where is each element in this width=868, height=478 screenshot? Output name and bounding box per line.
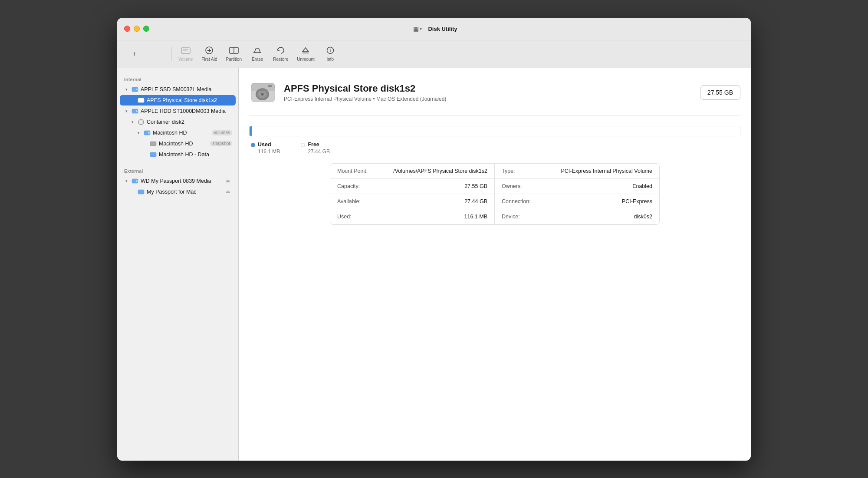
disk-size-badge: 27.55 GB	[700, 85, 740, 100]
partition-label: Partition	[226, 57, 242, 62]
minus-icon: －	[154, 50, 161, 57]
info-key: Device:	[502, 214, 520, 220]
disk-image-icon	[250, 82, 276, 103]
close-button[interactable]	[124, 26, 130, 32]
erase-label: Erase	[252, 57, 263, 62]
usage-bar-free	[252, 126, 740, 136]
remove-volume-button[interactable]: －	[147, 48, 168, 60]
info-key: Type:	[502, 168, 515, 174]
add-volume-button[interactable]: ＋	[124, 48, 145, 60]
eject-wd-icon[interactable]: ⏏	[224, 178, 231, 185]
expand-arrow-ssd: ▾	[123, 86, 129, 92]
ssd-drive-icon	[131, 86, 139, 93]
svg-point-18	[136, 110, 138, 112]
info-cell-right-4: Connection:PCI-Express	[495, 194, 659, 209]
partition-icon	[229, 46, 239, 56]
svg-rect-23	[150, 142, 156, 146]
info-cell-right-6: Device:disk0s2	[495, 209, 659, 224]
partition-button[interactable]: Partition	[222, 44, 245, 64]
container-label: Container disk2	[147, 119, 232, 125]
volume-button[interactable]: Volume	[175, 44, 196, 64]
sidebar-item-macintosh-hd[interactable]: ▾ Macintosh HD volumes	[120, 128, 236, 138]
restore-icon	[276, 46, 286, 56]
snapshot-badge: snapshot	[210, 141, 232, 146]
info-cell-left-6: Used:116.1 MB	[330, 209, 495, 224]
info-key: Mount Point:	[337, 168, 368, 174]
info-cell-right-0: Type:PCI-Express Internal Physical Volum…	[495, 164, 659, 179]
main-area: Internal ▾ APPLE SSD SM0032L Media ▾	[117, 68, 751, 461]
hdd-label: APPLE HDD ST1000DM003 Media	[141, 108, 232, 114]
svg-rect-24	[150, 152, 156, 157]
svg-rect-27	[138, 190, 144, 194]
svg-text:i: i	[329, 48, 331, 53]
expand-arrow-wd: ▾	[123, 178, 129, 184]
first-aid-button[interactable]: First Aid	[198, 44, 220, 64]
erase-button[interactable]: Erase	[247, 44, 268, 64]
eject-passport-icon[interactable]: ⏏	[224, 188, 231, 195]
my-passport-label: My Passport for Mac	[147, 189, 223, 195]
sidebar-item-apfs-store[interactable]: ▾ APFS Physical Store disk1s2	[120, 95, 236, 105]
sidebar-section-internal: Internal	[117, 73, 238, 84]
free-label: Free	[308, 142, 330, 148]
info-key: Used:	[337, 214, 352, 220]
legend-free-info: Free 27.44 GB	[308, 142, 330, 155]
sidebar-item-apple-ssd[interactable]: ▾ APPLE SSD SM0032L Media	[120, 84, 236, 95]
info-key: Capacity:	[337, 183, 360, 189]
volume-icon	[181, 46, 191, 56]
restore-button[interactable]: Restore	[270, 44, 292, 64]
unmount-label: Unmount	[297, 57, 315, 62]
svg-point-33	[261, 93, 264, 96]
sidebar: Internal ▾ APPLE SSD SM0032L Media ▾	[117, 68, 239, 461]
info-value: PCI-Express Internal Physical Volume	[561, 168, 652, 174]
unmount-button[interactable]: Unmount	[293, 44, 318, 64]
view-icon: ▦	[413, 25, 419, 32]
info-value: 27.55 GB	[464, 183, 487, 189]
titlebar: ▦ ▾ Disk Utility	[117, 18, 751, 40]
sidebar-item-macintosh-hd-data[interactable]: ▾ Macintosh HD - Data	[120, 149, 236, 160]
free-dot	[301, 143, 305, 147]
used-dot	[251, 143, 255, 147]
traffic-lights	[124, 26, 149, 32]
toolbar: ＋ － Volume	[117, 40, 751, 68]
minimize-button[interactable]	[134, 26, 140, 32]
sidebar-item-macintosh-hd-snapshot[interactable]: ▾ Macintosh HD snapshot	[120, 138, 236, 149]
expand-arrow-hdd: ▾	[123, 108, 129, 114]
toolbar-separator	[171, 47, 171, 61]
info-icon: i	[326, 46, 335, 56]
info-cell-left-0: Mount Point:/Volumes/APFS Physical Store…	[330, 164, 495, 179]
titlebar-center: ▦ ▾ Disk Utility	[411, 23, 457, 34]
disk-icon-container	[249, 79, 277, 106]
view-toggle[interactable]: ▦ ▾	[411, 23, 424, 34]
macintosh-hd-icon	[143, 129, 151, 137]
macintosh-data-label: Macintosh HD - Data	[159, 152, 232, 158]
disk-header-left: APFS Physical Store disk1s2 PCI-Express …	[249, 79, 446, 106]
info-cell-left-4: Available:27.44 GB	[330, 194, 495, 209]
sidebar-item-container-disk2[interactable]: ▾ Container disk2	[120, 117, 236, 127]
maximize-button[interactable]	[143, 26, 149, 32]
container-icon	[137, 118, 145, 126]
sidebar-item-my-passport[interactable]: ▾ My Passport for Mac ⏏	[120, 187, 236, 197]
plus-icon: ＋	[131, 50, 138, 57]
free-value: 27.44 GB	[308, 148, 330, 155]
info-value: 27.44 GB	[464, 198, 487, 204]
main-window: ▦ ▾ Disk Utility ＋ －	[117, 18, 751, 461]
info-cell-right-2: Owners:Enabled	[495, 179, 659, 194]
info-cell-left-2: Capacity:27.55 GB	[330, 179, 495, 194]
info-value: 116.1 MB	[464, 214, 487, 220]
restore-label: Restore	[273, 57, 288, 62]
erase-icon	[253, 46, 262, 56]
info-button[interactable]: i Info	[320, 44, 341, 64]
apfs-drive-icon	[137, 96, 145, 104]
first-aid-label: First Aid	[201, 57, 217, 62]
info-key: Connection:	[502, 198, 531, 204]
sidebar-section-external: External	[117, 165, 238, 175]
info-label: Info	[326, 57, 334, 62]
sidebar-item-apple-hdd[interactable]: ▾ APPLE HDD ST1000DM003 Media	[120, 106, 236, 116]
svg-point-16	[142, 99, 144, 101]
ssd-label: APPLE SSD SM0032L Media	[141, 86, 232, 92]
chevron-down-icon: ▾	[420, 26, 422, 31]
sidebar-item-wd-passport[interactable]: ▾ WD My Passport 0839 Media ⏏	[120, 176, 236, 186]
used-value: 116.1 MB	[258, 148, 280, 155]
expand-arrow-container: ▾	[129, 119, 135, 125]
svg-point-19	[138, 119, 144, 125]
